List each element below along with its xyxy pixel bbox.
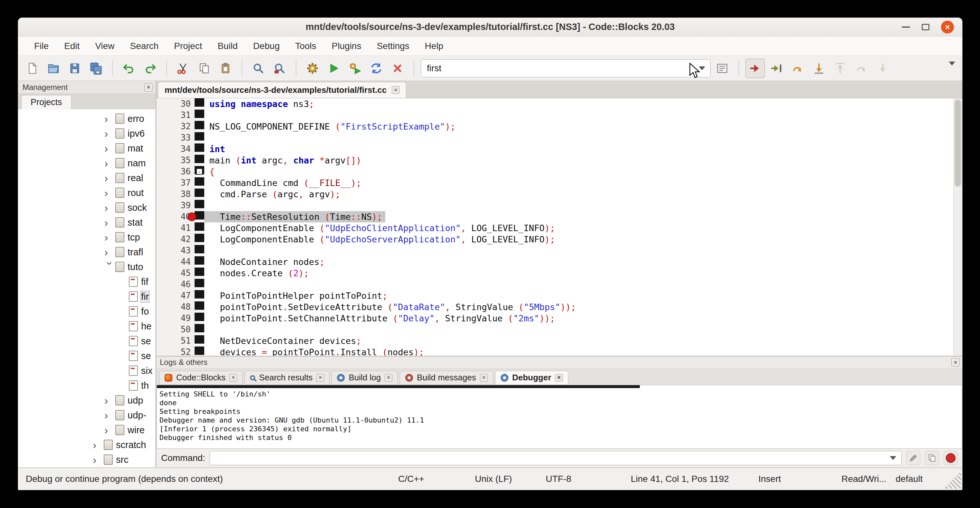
chevron-right-icon[interactable]: ›	[104, 127, 115, 140]
line-number[interactable]: 31	[157, 110, 194, 121]
editor-tab[interactable]: mnt/dev/tools/source/ns-3-dev/examples/t…	[158, 82, 406, 98]
close-icon[interactable]: ×	[385, 374, 392, 382]
code-line[interactable]: 42 LogComponentEnable ("UdpEchoServerApp…	[157, 234, 962, 245]
maximize-icon[interactable]	[922, 24, 929, 30]
save-all-button[interactable]	[86, 59, 106, 78]
code-line[interactable]: 34int	[157, 143, 962, 155]
line-number[interactable]: 34	[157, 143, 194, 155]
menu-tools[interactable]: Tools	[287, 37, 324, 56]
chevron-down-icon[interactable]	[885, 451, 901, 465]
chevron-right-icon[interactable]: ›	[93, 439, 104, 451]
code-line[interactable]: 35main (int argc, char *argv[])	[157, 155, 962, 166]
tree-item[interactable]: th	[18, 378, 155, 393]
line-number[interactable]: 39	[157, 200, 194, 211]
code-line[interactable]: 49 pointToPoint.SetChannelAttribute ("De…	[157, 313, 962, 324]
code-line[interactable]: 48 pointToPoint.SetDeviceAttribute ("Dat…	[157, 301, 962, 313]
search-input[interactable]: first	[421, 63, 694, 73]
tree-item[interactable]: he	[18, 319, 155, 334]
line-number[interactable]: 49	[157, 313, 194, 324]
line-number[interactable]: 52	[157, 347, 194, 356]
chevron-right-icon[interactable]: ›	[104, 186, 115, 199]
build-button[interactable]	[303, 59, 322, 78]
close-icon[interactable]: ×	[229, 374, 237, 382]
chevron-right-icon[interactable]: ›	[104, 201, 115, 214]
code-line[interactable]: 51 NetDeviceContainer devices;	[157, 335, 962, 347]
code-line[interactable]: 32NS_LOG_COMPONENT_DEFINE ("FirstScriptE…	[157, 121, 962, 132]
chevron-right-icon[interactable]: ›	[104, 246, 115, 258]
breakpoint-icon[interactable]	[188, 212, 196, 221]
tree-item[interactable]: fif	[18, 274, 155, 289]
menu-build[interactable]: Build	[210, 37, 245, 56]
chevron-down-icon[interactable]: ›	[104, 261, 116, 272]
code-line[interactable]: 30using namespace ns3;	[157, 98, 962, 110]
chevron-right-icon[interactable]: ›	[104, 231, 115, 244]
line-number[interactable]: 44	[157, 256, 194, 268]
command-input[interactable]	[210, 451, 902, 465]
tree-item[interactable]: ›erro	[18, 111, 155, 126]
code-line[interactable]: 44 NodeContainer nodes;	[157, 256, 962, 268]
save-button[interactable]	[65, 59, 84, 78]
tree-item[interactable]: ›udp	[18, 393, 155, 408]
next-line-button[interactable]	[788, 59, 807, 78]
code-line[interactable]: 33	[157, 132, 962, 143]
code-line[interactable]: 50	[157, 324, 962, 335]
tree-item[interactable]: ›sock	[18, 200, 155, 215]
menu-settings[interactable]: Settings	[369, 37, 417, 56]
code-line[interactable]: 39	[157, 200, 962, 211]
redo-button[interactable]	[140, 59, 160, 78]
run-to-cursor-button[interactable]	[767, 59, 786, 78]
open-button[interactable]	[44, 59, 63, 78]
command-stop-button[interactable]	[943, 451, 958, 465]
code-line[interactable]: 40 Time::SetResolution (Time::NS);	[157, 211, 962, 222]
line-number[interactable]: 32	[157, 121, 194, 132]
new-file-button[interactable]	[22, 59, 42, 78]
code-line[interactable]: 37 CommandLine cmd (__FILE__);	[157, 177, 962, 189]
step-out-button[interactable]	[830, 59, 850, 78]
cut-button[interactable]	[173, 59, 192, 78]
window-close-icon[interactable]: ×	[941, 21, 954, 33]
command-pencil-button[interactable]	[906, 451, 920, 465]
chevron-right-icon[interactable]: ›	[104, 216, 115, 229]
close-icon[interactable]: ×	[951, 358, 960, 366]
menu-project[interactable]: Project	[166, 37, 210, 56]
menu-plugins[interactable]: Plugins	[324, 37, 369, 56]
debugger-log[interactable]: Setting SHELL to '/bin/sh'doneSetting br…	[157, 385, 962, 449]
chevron-right-icon[interactable]: ›	[104, 172, 115, 185]
code-line[interactable]: 43	[157, 245, 962, 256]
close-icon[interactable]: ×	[317, 374, 324, 382]
tree-item[interactable]: fir	[18, 289, 155, 304]
log-tab-debugger[interactable]: Debugger×	[495, 371, 568, 385]
tree-item[interactable]: ›trafl	[18, 245, 155, 260]
log-tab-search-results[interactable]: Search results×	[245, 371, 329, 385]
tree-item[interactable]: se	[18, 334, 155, 349]
code-line[interactable]: 45 nodes.Create (2);	[157, 268, 962, 279]
code-line[interactable]: 46	[157, 279, 962, 290]
line-number[interactable]: 47	[157, 290, 194, 301]
undo-button[interactable]	[119, 59, 138, 78]
tree-item[interactable]: ›tcp	[18, 230, 155, 245]
chevron-right-icon[interactable]: ›	[104, 142, 115, 155]
fold-marker-icon[interactable]: -	[196, 168, 203, 175]
line-number[interactable]: 50	[157, 324, 194, 335]
code-line[interactable]: 52 devices = pointToPoint.Install (nodes…	[157, 347, 962, 356]
line-number[interactable]: 33	[157, 132, 194, 143]
menu-debug[interactable]: Debug	[245, 37, 288, 56]
chevron-right-icon[interactable]: ›	[104, 394, 115, 407]
close-icon[interactable]: ×	[555, 374, 563, 382]
code-line[interactable]: 38 cmd.Parse (argc, argv);	[157, 189, 962, 200]
menu-view[interactable]: View	[87, 37, 122, 56]
close-icon[interactable]: ×	[144, 83, 153, 92]
command-copy-button[interactable]	[925, 451, 939, 465]
toolbar-overflow-button[interactable]	[949, 65, 955, 71]
line-number[interactable]: 51	[157, 335, 194, 347]
tab-projects[interactable]: Projects	[21, 95, 72, 109]
tree-item[interactable]: ›rout	[18, 185, 155, 200]
code-line[interactable]: 31	[157, 110, 962, 121]
line-number[interactable]: 48	[157, 301, 194, 313]
menu-file[interactable]: File	[26, 37, 56, 56]
tree-item[interactable]: ›ipv6	[18, 126, 155, 141]
tree-item[interactable]: ›wire	[18, 423, 155, 437]
search-combobox[interactable]: first	[421, 59, 711, 77]
log-tab-build-log[interactable]: Build log×	[331, 371, 398, 385]
code-line[interactable]: 41 LogComponentEnable ("UdpEchoClientApp…	[157, 222, 962, 234]
